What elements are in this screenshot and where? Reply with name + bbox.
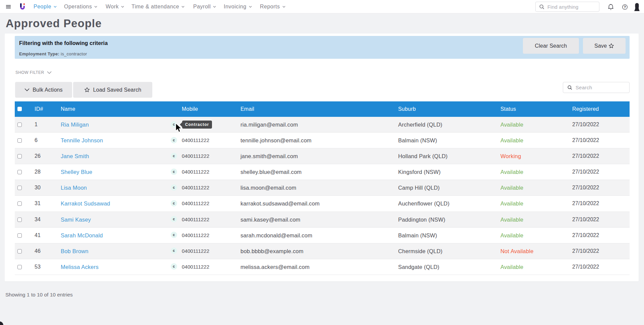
svg-text:?: ? [624,5,626,9]
